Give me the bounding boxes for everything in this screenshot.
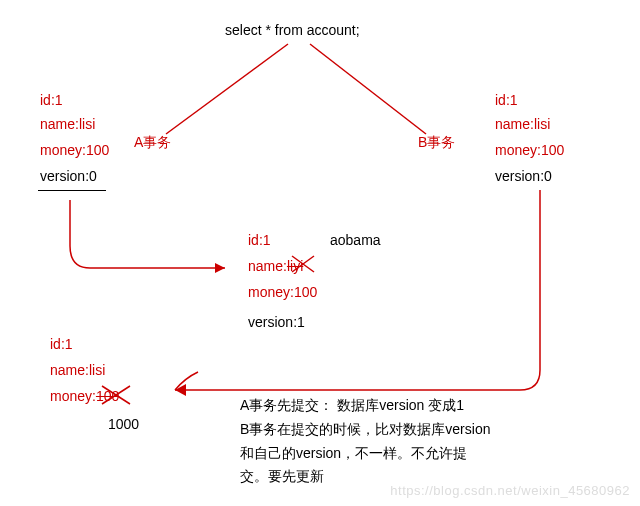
arrow-query-to-A (166, 44, 288, 134)
txB-id: id:1 (495, 92, 518, 108)
resultA-money: money:100 (50, 388, 119, 404)
txA-label: A事务 (134, 134, 171, 152)
resultA-money-new: 1000 (108, 416, 139, 432)
txA-money: money:100 (40, 142, 109, 158)
center-version: version:1 (248, 314, 305, 330)
arrow-query-to-B (310, 44, 426, 134)
resultA-money-label: money: (50, 388, 96, 404)
txA-id: id:1 (40, 92, 63, 108)
center-id: id:1 (248, 232, 271, 248)
txA-name: name:lisi (40, 116, 95, 132)
center-name-label: name:liyi (248, 258, 303, 274)
resultA-name: name:lisi (50, 362, 105, 378)
explain-block: A事务先提交： 数据库version 变成1 B事务在提交的时候，比对数据库ve… (240, 394, 490, 489)
center-name-old: liyi (287, 258, 303, 274)
arrowhead-A-to-center (215, 263, 225, 273)
arrow-B-to-result (175, 190, 540, 390)
center-money: money:100 (248, 284, 317, 300)
arrowhead-curve (175, 372, 198, 390)
explain-l2: B事务在提交的时候，比对数据库version (240, 418, 490, 442)
txB-name: name:lisi (495, 116, 550, 132)
explain-l3: 和自己的version，不一样。不允许提 (240, 442, 490, 466)
watermark: https://blog.csdn.net/weixin_45680962 (390, 483, 630, 498)
sql-query: select * from account; (225, 22, 360, 38)
txA-underline (38, 190, 106, 191)
txB-version: version:0 (495, 168, 552, 184)
center-name-prefix: name: (248, 258, 287, 274)
arrowhead-B-to-result (175, 384, 186, 396)
resultA-money-old: 100 (96, 388, 119, 404)
txB-label: B事务 (418, 134, 455, 152)
explain-l1: A事务先提交： 数据库version 变成1 (240, 394, 490, 418)
resultA-id: id:1 (50, 336, 73, 352)
arrow-A-to-center (70, 200, 225, 268)
txA-version: version:0 (40, 168, 97, 184)
center-name-new: aobama (330, 232, 381, 248)
txB-money: money:100 (495, 142, 564, 158)
